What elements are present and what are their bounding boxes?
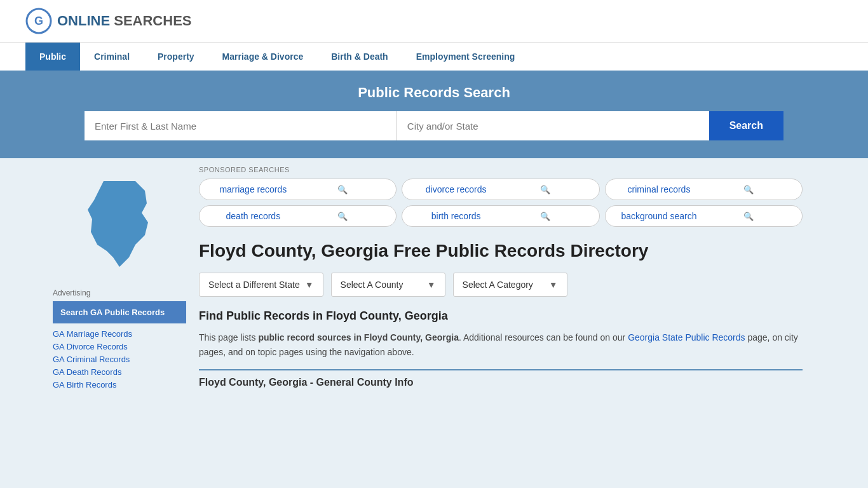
sidebar-link-divorce[interactable]: GA Divorce Records bbox=[53, 341, 186, 351]
sponsored-pill-background[interactable]: background search 🔍 bbox=[605, 205, 803, 227]
logo-online-text: ONLINE bbox=[57, 13, 110, 29]
category-dropdown-label: Select A Category bbox=[463, 280, 533, 290]
sponsored-pill-marriage-label: marriage records bbox=[208, 184, 298, 194]
sponsored-pill-marriage[interactable]: marriage records 🔍 bbox=[199, 179, 397, 200]
nav-item-property[interactable]: Property bbox=[144, 43, 208, 71]
logo-searches-text: SEARCHES bbox=[114, 13, 191, 29]
content-area: SPONSORED SEARCHES marriage records 🔍 di… bbox=[186, 158, 815, 402]
sidebar-links: GA Marriage Records GA Divorce Records G… bbox=[53, 329, 186, 390]
sidebar-link-marriage[interactable]: GA Marriage Records bbox=[53, 329, 186, 339]
name-input[interactable] bbox=[85, 111, 397, 140]
search-icon-birth: 🔍 bbox=[501, 212, 590, 221]
find-text-bold: public record sources in Floyd County, G… bbox=[258, 332, 459, 342]
sponsored-pill-birth[interactable]: birth records 🔍 bbox=[402, 205, 599, 227]
sidebar-ad-label: Advertising bbox=[53, 288, 186, 297]
county-dropdown[interactable]: Select A County ▼ bbox=[331, 273, 445, 297]
sponsored-pill-divorce-label: divorce records bbox=[411, 184, 501, 194]
nav-item-marriage-divorce[interactable]: Marriage & Divorce bbox=[208, 43, 318, 71]
sponsored-grid: marriage records 🔍 divorce records 🔍 cri… bbox=[199, 179, 803, 227]
search-icon-background: 🔍 bbox=[703, 212, 793, 221]
search-icon-marriage: 🔍 bbox=[298, 185, 388, 194]
hero-title: Public Records Search bbox=[25, 85, 843, 101]
logo-icon: G bbox=[25, 8, 52, 34]
dropdowns-row: Select a Different State ▼ Select A Coun… bbox=[199, 273, 803, 297]
section-divider bbox=[199, 369, 803, 370]
find-text-1: This page lists bbox=[199, 332, 258, 342]
sponsored-pill-divorce[interactable]: divorce records 🔍 bbox=[402, 179, 599, 200]
chevron-down-icon: ▼ bbox=[305, 280, 314, 290]
search-button[interactable]: Search bbox=[709, 111, 783, 140]
find-text: This page lists public record sources in… bbox=[199, 330, 803, 359]
sidebar-ad-box[interactable]: Search GA Public Records bbox=[53, 301, 186, 323]
georgia-map bbox=[78, 175, 161, 278]
state-dropdown[interactable]: Select a Different State ▼ bbox=[199, 273, 323, 297]
sidebar-link-birth[interactable]: GA Birth Records bbox=[53, 379, 186, 390]
sponsored-pill-background-label: background search bbox=[614, 211, 704, 221]
chevron-down-icon-2: ▼ bbox=[427, 280, 436, 290]
state-dropdown-label: Select a Different State bbox=[208, 280, 300, 290]
search-icon-divorce: 🔍 bbox=[501, 185, 590, 194]
find-title: Find Public Records in Floyd County, Geo… bbox=[199, 309, 803, 323]
search-icon-death: 🔍 bbox=[298, 212, 388, 221]
nav-item-criminal[interactable]: Criminal bbox=[80, 43, 144, 71]
sidebar-link-death[interactable]: GA Death Records bbox=[53, 367, 186, 377]
georgia-state-link[interactable]: Georgia State Public Records bbox=[628, 332, 745, 342]
nav-item-employment[interactable]: Employment Screening bbox=[402, 43, 529, 71]
svg-text:G: G bbox=[34, 15, 43, 27]
sponsored-label: SPONSORED SEARCHES bbox=[199, 166, 803, 173]
main-container: Advertising Search GA Public Records GA … bbox=[40, 158, 828, 402]
location-input[interactable] bbox=[397, 111, 709, 140]
nav-item-public[interactable]: Public bbox=[25, 43, 80, 71]
category-dropdown[interactable]: Select A Category ▼ bbox=[453, 273, 567, 297]
sponsored-pill-death-label: death records bbox=[208, 211, 298, 221]
sponsored-pill-criminal-label: criminal records bbox=[614, 184, 704, 194]
sidebar-link-criminal[interactable]: GA Criminal Records bbox=[53, 354, 186, 364]
sponsored-pill-birth-label: birth records bbox=[411, 211, 501, 221]
sponsored-pill-death[interactable]: death records 🔍 bbox=[199, 205, 397, 227]
logo[interactable]: G ONLINE SEARCHES bbox=[25, 8, 192, 34]
nav-item-birth-death[interactable]: Birth & Death bbox=[317, 43, 402, 71]
header: G ONLINE SEARCHES bbox=[0, 0, 868, 42]
sponsored-pill-criminal[interactable]: criminal records 🔍 bbox=[605, 179, 803, 200]
sidebar: Advertising Search GA Public Records GA … bbox=[53, 158, 186, 402]
hero-banner: Public Records Search Search bbox=[0, 71, 868, 158]
search-icon-criminal: 🔍 bbox=[703, 185, 793, 194]
search-bar: Search bbox=[85, 111, 783, 140]
find-text-2: . Additional resources can be found on o… bbox=[459, 332, 628, 342]
main-nav: Public Criminal Property Marriage & Divo… bbox=[0, 42, 868, 71]
chevron-down-icon-3: ▼ bbox=[549, 280, 558, 290]
county-dropdown-label: Select A County bbox=[341, 280, 403, 290]
page-title: Floyd County, Georgia Free Public Record… bbox=[199, 240, 803, 262]
general-info-title: Floyd County, Georgia - General County I… bbox=[199, 377, 803, 388]
